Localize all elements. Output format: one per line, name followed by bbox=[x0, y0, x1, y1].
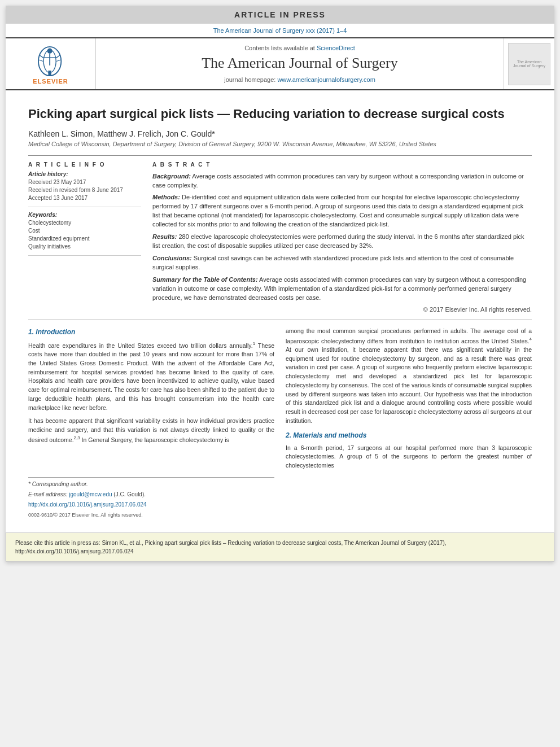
citation-line: The American Journal of Surgery xxx (201… bbox=[6, 24, 554, 37]
results-text: 280 elective laparoscopic cholecystectom… bbox=[152, 233, 524, 249]
journal-header-center: Contents lists available at ScienceDirec… bbox=[96, 38, 504, 89]
svg-line-6 bbox=[39, 55, 42, 58]
journal-header: ELSEVIER Contents lists available at Sci… bbox=[6, 37, 554, 90]
svg-rect-0 bbox=[48, 71, 51, 76]
citation-text: The American Journal of Surgery xxx (201… bbox=[213, 27, 347, 34]
abstract-panel: A B S T R A C T Background: Average cost… bbox=[152, 161, 532, 313]
history-label: Article history: bbox=[28, 171, 141, 177]
copyright-line: © 2017 Elsevier Inc. All rights reserved… bbox=[152, 306, 532, 313]
ref-2-3: 2,3 bbox=[74, 435, 80, 440]
article-content: Picking apart surgical pick lists — Redu… bbox=[6, 96, 554, 527]
corresponding-label: * Corresponding author. bbox=[28, 481, 88, 487]
footnotes-area: * Corresponding author. E-mail address: … bbox=[28, 449, 274, 519]
abstract-heading: A B S T R A C T bbox=[152, 161, 532, 168]
doi-link[interactable]: http://dx.doi.org/10.1016/j.amjsurg.2017… bbox=[28, 501, 147, 508]
journal-title: The American Journal of Surgery bbox=[202, 55, 398, 72]
accepted-text: Accepted 13 June 2017 bbox=[28, 194, 141, 202]
authors-text: Kathleen L. Simon, Matthew J. Frelich, J… bbox=[28, 129, 215, 138]
footnote-corresponding: * Corresponding author. bbox=[28, 480, 274, 488]
elsevier-label: ELSEVIER bbox=[33, 78, 68, 85]
abstract-summary: Summary for the Table of Contents: Avera… bbox=[152, 276, 532, 303]
abstract-results: Results: 280 elective laparoscopic chole… bbox=[152, 233, 532, 251]
conclusions-text: Surgical cost savings can be achieved wi… bbox=[152, 255, 514, 270]
ref-4: 4 bbox=[530, 337, 532, 342]
footnotes-section: * Corresponding author. E-mail address: … bbox=[28, 477, 274, 519]
footnote-issn: 0002-9610/© 2017 Elsevier Inc. All right… bbox=[28, 510, 274, 519]
homepage-url[interactable]: www.americanjournalofsurgery.com bbox=[277, 76, 375, 83]
intro-col2-para-1: among the most common surgical procedure… bbox=[286, 327, 532, 426]
svg-line-8 bbox=[38, 60, 43, 62]
body-left-col: 1. Introduction Health care expenditures… bbox=[28, 327, 274, 521]
intro-para-1: Health care expenditures in the United S… bbox=[28, 340, 274, 413]
keyword-1: Cholecystectomy bbox=[28, 219, 141, 227]
methods-title: Materials and methods bbox=[293, 431, 366, 439]
email-suffix: (J.C. Gould). bbox=[113, 491, 146, 497]
article-info-heading: A R T I C L E I N F O bbox=[28, 161, 141, 168]
ref-1: 1 bbox=[253, 341, 255, 346]
results-label: Results: bbox=[152, 233, 177, 240]
body-right-col: among the most common surgical procedure… bbox=[286, 327, 532, 521]
elsevier-tree-icon bbox=[23, 46, 79, 77]
email-label: E-mail address: bbox=[28, 491, 67, 497]
page: ARTICLE IN PRESS The American Journal of… bbox=[6, 6, 554, 562]
intro-section-title: 1. Introduction bbox=[28, 327, 274, 337]
methods-text: De-identified cost and equipment utiliza… bbox=[152, 194, 523, 228]
abstract-conclusions: Conclusions: Surgical cost savings can b… bbox=[152, 254, 532, 272]
authors-line: Kathleen L. Simon, Matthew J. Frelich, J… bbox=[28, 129, 532, 138]
svg-line-7 bbox=[56, 55, 60, 58]
bottom-citation-text: Please cite this article in press as: Si… bbox=[15, 540, 447, 554]
info-abstract-section: A R T I C L E I N F O Article history: R… bbox=[28, 155, 532, 313]
intro-title: Introduction bbox=[36, 328, 75, 336]
abstract-methods: Methods: De-identified cost and equipmen… bbox=[152, 193, 532, 229]
article-in-press-banner: ARTICLE IN PRESS bbox=[6, 6, 554, 24]
svg-point-3 bbox=[47, 49, 52, 54]
article-history-section: Article history: Received 23 May 2017 Re… bbox=[28, 171, 141, 207]
keyword-2: Cost bbox=[28, 227, 141, 235]
journal-logo-section: ELSEVIER bbox=[6, 38, 96, 89]
summary-label: Summary for the Table of Contents: bbox=[152, 276, 258, 283]
received-text: Received 23 May 2017 bbox=[28, 178, 141, 186]
sciencedirect-link[interactable]: ScienceDirect bbox=[317, 45, 355, 51]
keywords-label: Keywords: bbox=[28, 212, 141, 218]
affiliation-line: Medical College of Wisconsin, Department… bbox=[28, 141, 532, 147]
issn-text: 0002-9610/© 2017 Elsevier Inc. All right… bbox=[28, 512, 143, 518]
keyword-4: Quality initiatives bbox=[28, 243, 141, 251]
background-label: Background: bbox=[152, 173, 191, 180]
keywords-list: Cholecystectomy Cost Standardized equipm… bbox=[28, 219, 141, 251]
homepage-label: journal homepage: bbox=[224, 76, 275, 83]
journal-cover-thumbnail: The AmericanJournal of Surgery bbox=[508, 43, 550, 85]
journal-homepage: journal homepage: www.americanjournalofs… bbox=[224, 76, 375, 83]
methods-label: Methods: bbox=[152, 194, 180, 200]
contents-label: Contents lists available at bbox=[244, 45, 315, 51]
journal-thumbnail-section: The AmericanJournal of Surgery bbox=[504, 38, 554, 89]
footnote-email: E-mail address: jgould@mcw.edu (J.C. Gou… bbox=[28, 490, 274, 499]
methods-para-1: In a 6-month period, 17 surgeons at our … bbox=[286, 444, 532, 470]
conclusions-label: Conclusions: bbox=[152, 255, 192, 261]
abstract-background: Background: Average costs associated wit… bbox=[152, 172, 532, 190]
section-divider bbox=[28, 320, 532, 320]
sciencedirect-line: Contents lists available at ScienceDirec… bbox=[244, 45, 355, 51]
article-title: Picking apart surgical pick lists — Redu… bbox=[28, 106, 532, 123]
article-info-panel: A R T I C L E I N F O Article history: R… bbox=[28, 161, 141, 313]
footnote-doi: http://dx.doi.org/10.1016/j.amjsurg.2017… bbox=[28, 500, 274, 509]
revised-text: Received in revised form 8 June 2017 bbox=[28, 186, 141, 194]
methods-number: 2. bbox=[286, 431, 291, 439]
intro-number: 1. bbox=[28, 328, 34, 336]
email-link[interactable]: jgould@mcw.edu bbox=[69, 491, 112, 497]
bottom-citation-bar: Please cite this article in press as: Si… bbox=[6, 532, 554, 562]
banner-text: ARTICLE IN PRESS bbox=[234, 10, 326, 19]
keywords-section: Keywords: Cholecystectomy Cost Standardi… bbox=[28, 212, 141, 256]
background-text: Average costs associated with common pro… bbox=[152, 173, 524, 189]
svg-line-9 bbox=[56, 60, 61, 62]
keyword-3: Standardized equipment bbox=[28, 235, 141, 243]
body-columns: 1. Introduction Health care expenditures… bbox=[28, 327, 532, 521]
intro-para-2: It has become apparent that significant … bbox=[28, 417, 274, 444]
methods-section-title: 2. Materials and methods bbox=[286, 430, 532, 440]
